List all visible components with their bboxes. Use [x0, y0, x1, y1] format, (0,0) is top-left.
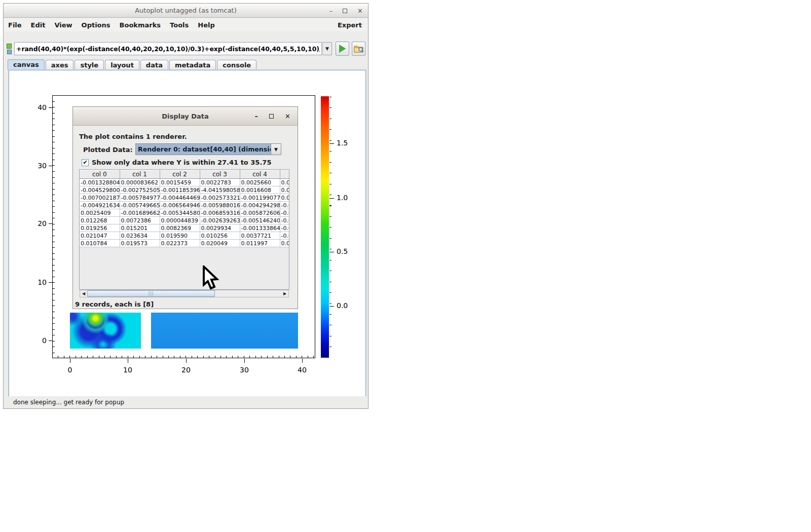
table-cell[interactable]: -0.0	[280, 202, 289, 209]
table-cell[interactable]: 0.00	[280, 194, 289, 202]
tab-style[interactable]: style	[75, 60, 104, 70]
table-cell[interactable]: 0.012268	[80, 217, 120, 224]
table-cell[interactable]: 0.011997	[240, 240, 280, 247]
y-tick	[49, 282, 53, 283]
dialog-titlebar[interactable]: Display Data – ✕	[73, 107, 298, 126]
scroll-left-icon[interactable]: ◀	[80, 290, 87, 297]
table-cell[interactable]: -0.001328804...	[80, 179, 120, 186]
plotted-data-combobox[interactable]: Renderer 0: dataset[40,40] (dimension...…	[135, 143, 281, 155]
filter-checkbox[interactable]: ✔	[82, 159, 89, 166]
table-cell[interactable]: 0.0082369	[160, 224, 200, 232]
table-cell[interactable]: 0.00	[280, 240, 289, 247]
table-cell[interactable]: -0.001333864...	[240, 224, 280, 232]
tab-canvas[interactable]: canvas	[8, 59, 45, 70]
table-cell[interactable]: 0.023634	[120, 232, 160, 240]
table-column-header[interactable]: col 3	[200, 170, 240, 179]
table-cell[interactable]: 0.0016608	[240, 186, 280, 194]
data-table-viewport[interactable]: col 0col 1col 2col 3col 4 -0.001328804..…	[79, 169, 289, 290]
table-cell[interactable]: 0.00	[280, 179, 289, 186]
menu-view[interactable]: View	[50, 21, 77, 29]
scrollbar-track[interactable]: |||	[87, 290, 281, 297]
table-cell[interactable]: 0.0025409	[80, 209, 120, 217]
table-cell[interactable]: 0.021047	[80, 232, 120, 240]
maximize-icon[interactable]	[343, 8, 347, 14]
table-cell[interactable]: -0.005749665...	[120, 202, 160, 209]
close-icon[interactable]: ✕	[357, 8, 363, 14]
table-cell[interactable]: 0.010784	[80, 240, 120, 247]
horizontal-scrollbar[interactable]: ◀ ||| ▶	[80, 290, 289, 297]
table-cell[interactable]: -0.0	[280, 217, 289, 224]
table-cell[interactable]: 0.00	[280, 186, 289, 194]
table-cell[interactable]: 0.015201	[120, 224, 160, 232]
table-cell[interactable]: 0.0037721	[240, 232, 280, 240]
menu-help[interactable]: Help	[193, 21, 219, 29]
menu-options[interactable]: Options	[77, 21, 115, 29]
menu-expert[interactable]: Expert	[331, 21, 368, 29]
table-column-header[interactable]: col 1	[120, 170, 160, 179]
tab-metadata[interactable]: metadata	[169, 60, 216, 70]
table-cell[interactable]: 0.0072386	[120, 217, 160, 224]
table-cell[interactable]: 0.0022783	[200, 179, 240, 186]
menu-edit[interactable]: Edit	[26, 21, 50, 29]
minimize-icon[interactable]: –	[329, 8, 333, 14]
table-cell[interactable]: -0.005146240...	[240, 217, 280, 224]
menu-file[interactable]: File	[4, 21, 26, 29]
browse-button[interactable]	[352, 42, 365, 56]
table-cell[interactable]: -0.001199077...	[240, 194, 280, 202]
table-cell[interactable]: -0.0	[280, 224, 289, 232]
table-cell[interactable]: -0.006859316...	[200, 209, 240, 217]
table-cell[interactable]: -0.006564946...	[160, 202, 200, 209]
tab-data[interactable]: data	[140, 60, 168, 70]
table-column-header[interactable]: col 2	[160, 170, 200, 179]
table-cell[interactable]: 0.019590	[160, 232, 200, 240]
table-cell[interactable]: 0.0015459	[160, 179, 200, 186]
table-cell[interactable]: -0.005988016...	[200, 202, 240, 209]
table-cell[interactable]: -0.007002187...	[80, 194, 120, 202]
table-cell[interactable]: -0.004921634...	[80, 202, 120, 209]
table-cell[interactable]: -0.004294298...	[240, 202, 280, 209]
dialog-close-icon[interactable]: ✕	[285, 113, 290, 120]
tab-console[interactable]: console	[217, 60, 256, 70]
dialog-maximize-icon[interactable]	[269, 113, 274, 120]
go-button[interactable]	[336, 42, 349, 56]
window-titlebar[interactable]: Autoplot untagged (as tomcat) – ✕	[4, 4, 368, 18]
table-cell[interactable]: -0.004529800...	[80, 186, 120, 194]
table-cell[interactable]: 0.019573	[120, 240, 160, 247]
table-cell[interactable]: 0.022373	[160, 240, 200, 247]
table-cell[interactable]: -0.002639263...	[200, 217, 240, 224]
table-cell[interactable]: -0.005784977...	[120, 194, 160, 202]
table-column-header[interactable]: col 0	[80, 170, 120, 179]
datasource-green-square-icon	[7, 44, 12, 49]
table-cell[interactable]: -0.002752505...	[120, 186, 160, 194]
menu-bookmarks[interactable]: Bookmarks	[115, 21, 166, 29]
table-cell[interactable]: 0.020049	[200, 240, 240, 247]
scroll-right-icon[interactable]: ▶	[281, 290, 288, 297]
colorbar-tick	[329, 143, 334, 144]
table-cell[interactable]: 0.0025660	[240, 179, 280, 186]
table-cell[interactable]: -0.004464469...	[160, 194, 200, 202]
table-cell[interactable]: -0.001689662...	[120, 209, 160, 217]
chevron-down-icon[interactable]: ▼	[271, 144, 281, 155]
scrollbar-thumb[interactable]: |||	[87, 290, 215, 297]
table-cell[interactable]: -4.041598058...	[200, 186, 240, 194]
table-cell[interactable]: 0.010256	[200, 232, 240, 240]
table-cell[interactable]: -0.005872606...	[240, 209, 280, 217]
table-column-header[interactable]: col 4	[240, 170, 280, 179]
table-cell[interactable]: 0.019256	[80, 224, 120, 232]
table-cell[interactable]: 0.000044839	[160, 217, 200, 224]
table-cell[interactable]: -0.0	[280, 232, 289, 240]
table-cell[interactable]: -0.005344580...	[160, 209, 200, 217]
table-cell[interactable]: -0.002573321...	[200, 194, 240, 202]
table-column-header[interactable]	[280, 170, 289, 179]
tab-axes[interactable]: axes	[46, 60, 74, 70]
tab-layout[interactable]: layout	[105, 60, 139, 70]
colorbar-tick-label: 0.5	[337, 247, 348, 255]
table-cell[interactable]: -0.001185396...	[160, 186, 200, 194]
uri-input[interactable]	[14, 42, 322, 55]
uri-dropdown-icon[interactable]: ▼	[322, 42, 332, 55]
table-cell[interactable]: 0.0029934	[200, 224, 240, 232]
dialog-minimize-icon[interactable]: –	[255, 113, 259, 120]
table-cell[interactable]: -0.0	[280, 209, 289, 217]
table-cell[interactable]: 0.000083662	[120, 179, 160, 186]
menu-tools[interactable]: Tools	[165, 21, 193, 29]
